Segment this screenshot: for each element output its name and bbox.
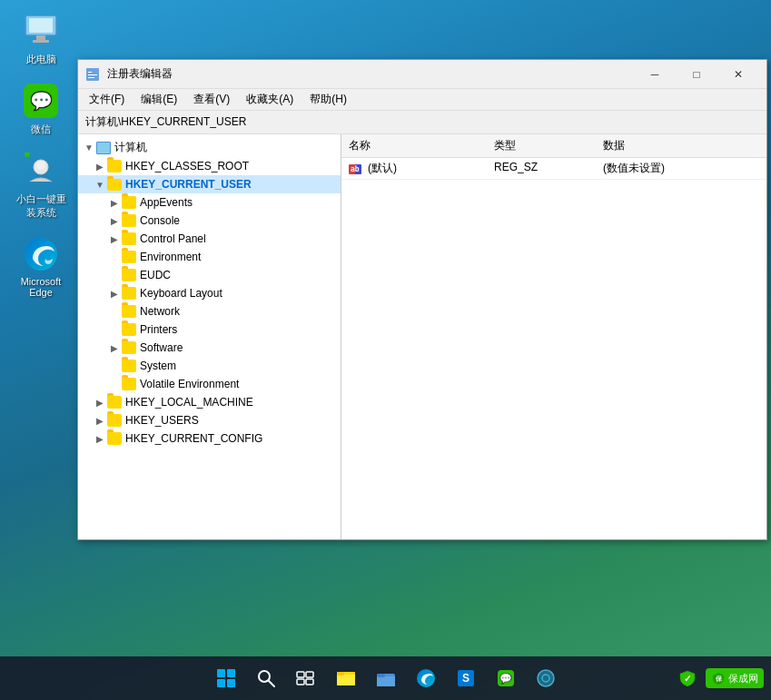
edge-icon-img <box>23 236 59 272</box>
tree-item-users[interactable]: ▶ HKEY_USERS <box>78 411 341 429</box>
col-type-header: 类型 <box>494 138 603 153</box>
desktop-icon-wechat[interactable]: 💬 微信 <box>9 79 73 140</box>
svg-rect-21 <box>306 679 313 685</box>
expand-local-machine[interactable]: ▶ <box>93 395 107 409</box>
svg-point-6 <box>25 153 30 157</box>
tree-item-keyboard-layout[interactable]: ▶ Keyboard Layout <box>78 284 341 302</box>
security-tray-icon[interactable]: ✓ <box>675 665 700 691</box>
svg-rect-19 <box>306 672 313 677</box>
store-button[interactable]: S <box>448 660 484 696</box>
svg-rect-14 <box>217 679 225 687</box>
reinstall-icon-img <box>23 153 59 189</box>
tree-item-current-user[interactable]: ▼ HKEY_CURRENT_USER <box>78 175 341 193</box>
edge-taskbar-button[interactable] <box>408 660 444 696</box>
svg-text:S: S <box>461 672 469 685</box>
taskbar-center: S 💬 <box>208 660 564 696</box>
svg-rect-3 <box>33 40 49 43</box>
svg-rect-23 <box>337 675 355 685</box>
registry-editor-window: 注册表编辑器 ─ □ ✕ 文件(F) 编辑(E) 查看(V) 收藏夹(A) 帮助… <box>77 59 767 540</box>
tree-item-current-config[interactable]: ▶ HKEY_CURRENT_CONFIG <box>78 429 341 448</box>
tree-panel[interactable]: ▼ 计算机 ▶ HKEY_CLASSES_ROOT ▼ HKEY_CURRENT… <box>78 134 341 539</box>
edge-icon-label: Microsoft Edge <box>13 276 69 298</box>
expand-current-user[interactable]: ▼ <box>93 177 107 192</box>
tree-item-classes-root[interactable]: ▶ HKEY_CLASSES_ROOT <box>78 157 341 175</box>
expand-keyboard-layout[interactable]: ▶ <box>107 286 122 301</box>
expand-users[interactable]: ▶ <box>93 413 107 428</box>
baocheng-badge[interactable]: 保 保成网 <box>706 668 764 688</box>
folder-icon-environment <box>122 251 136 263</box>
expand-control-panel[interactable]: ▶ <box>107 232 122 246</box>
tree-item-system[interactable]: System <box>78 357 341 375</box>
tree-item-appevents[interactable]: ▶ AppEvents <box>78 193 341 212</box>
title-bar: 注册表编辑器 ─ □ ✕ <box>78 60 766 89</box>
search-button[interactable] <box>248 660 284 696</box>
tree-item-environment[interactable]: Environment <box>78 248 341 266</box>
svg-rect-1 <box>29 18 53 33</box>
svg-text:💬: 💬 <box>499 672 512 685</box>
expand-software[interactable]: ▶ <box>107 340 122 355</box>
menu-edit[interactable]: 编辑(E) <box>133 90 184 109</box>
tree-item-console[interactable]: ▶ Console <box>78 212 341 230</box>
computer-icon-label: 此电脑 <box>26 53 56 66</box>
folder-icon <box>376 668 396 688</box>
settings-icon <box>536 668 556 688</box>
desktop-icon-computer[interactable]: 此电脑 <box>9 9 73 70</box>
search-icon <box>256 668 276 688</box>
tree-label-system: System <box>140 360 176 372</box>
tree-item-printers[interactable]: Printers <box>78 320 341 339</box>
menu-view[interactable]: 查看(V) <box>186 90 237 109</box>
tree-label-appevents: AppEvents <box>140 196 193 209</box>
baocheng-label: 保成网 <box>728 672 758 685</box>
expand-console[interactable]: ▶ <box>107 213 122 228</box>
tree-item-local-machine[interactable]: ▶ HKEY_LOCAL_MACHINE <box>78 393 341 411</box>
expand-classes-root[interactable]: ▶ <box>93 159 107 173</box>
svg-line-17 <box>268 681 274 687</box>
shield-icon: ✓ <box>678 669 697 687</box>
folder-icon-software <box>122 341 136 354</box>
tree-item-software[interactable]: ▶ Software <box>78 339 341 357</box>
task-view-button[interactable] <box>288 660 324 696</box>
taskbar: S 💬 <box>0 656 771 700</box>
svg-rect-27 <box>377 674 385 677</box>
expand-appevents[interactable]: ▶ <box>107 195 122 210</box>
svg-rect-2 <box>36 35 45 40</box>
wechat-taskbar-button[interactable]: 💬 <box>488 660 524 696</box>
minimize-button[interactable]: ─ <box>634 60 676 89</box>
expand-current-config[interactable]: ▶ <box>93 431 107 446</box>
tree-label-network: Network <box>140 305 180 318</box>
tree-label-keyboard-layout: Keyboard Layout <box>140 287 222 300</box>
desktop-icon-reinstall[interactable]: 小白一键重装系统 <box>9 149 73 223</box>
tree-label-current-config: HKEY_CURRENT_CONFIG <box>125 432 262 445</box>
table-row-default[interactable]: ab (默认) REG_SZ (数值未设置) <box>341 158 766 180</box>
desktop-icon-edge[interactable]: Microsoft Edge <box>9 232 73 301</box>
folder-icon-eudc <box>122 269 136 281</box>
desktop: 此电脑 💬 微信 小白一键重装系统 <box>0 0 771 700</box>
tree-item-computer[interactable]: ▼ 计算机 <box>78 138 341 157</box>
tree-item-network[interactable]: Network <box>78 302 341 320</box>
close-button[interactable]: ✕ <box>717 60 759 89</box>
file-manager-button[interactable] <box>368 660 404 696</box>
file-explorer-button[interactable] <box>328 660 364 696</box>
address-text: 计算机\HKEY_CURRENT_USER <box>85 114 246 130</box>
settings-button[interactable] <box>528 660 564 696</box>
wechat-icon-label: 微信 <box>31 123 51 136</box>
start-button[interactable] <box>208 660 244 696</box>
tree-label-printers: Printers <box>140 323 177 336</box>
tree-item-volatile-environment[interactable]: Volatile Environment <box>78 375 341 393</box>
menu-favorites[interactable]: 收藏夹(A) <box>239 90 301 109</box>
svg-rect-24 <box>337 672 344 675</box>
edge-taskbar-icon <box>416 668 436 688</box>
wechat-icon-img: 💬 <box>23 83 59 119</box>
menu-help[interactable]: 帮助(H) <box>302 90 354 109</box>
maximize-button[interactable]: □ <box>676 60 717 89</box>
window-title: 注册表编辑器 <box>107 66 173 82</box>
menu-file[interactable]: 文件(F) <box>82 90 132 109</box>
expand-computer[interactable]: ▼ <box>82 141 96 155</box>
tree-item-eudc[interactable]: EUDC <box>78 266 341 284</box>
row-name-default: ab (默认) <box>349 161 494 176</box>
baocheng-logo-icon: 保 <box>711 671 726 685</box>
store-icon: S <box>456 668 476 688</box>
folder-icon-users <box>107 414 122 427</box>
wechat-icon-shape: 💬 <box>24 84 58 118</box>
tree-item-control-panel[interactable]: ▶ Control Panel <box>78 230 341 248</box>
